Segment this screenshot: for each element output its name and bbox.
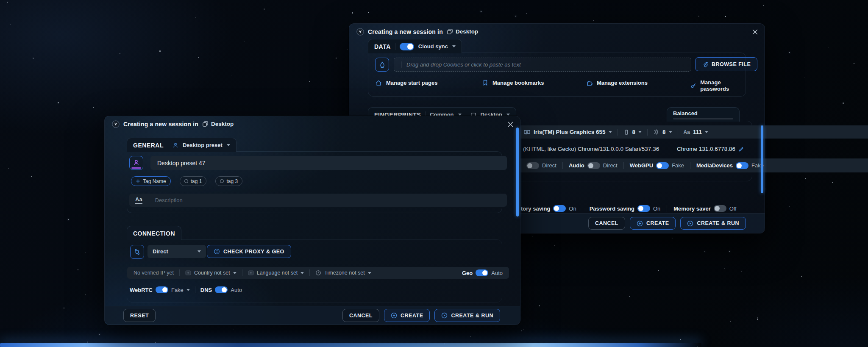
browse-file-button[interactable]: BROWSE FILE: [695, 57, 757, 71]
timezone-value: Timezone not set: [324, 270, 364, 276]
manage-extensions-link[interactable]: Manage extensions: [586, 79, 648, 86]
toggle-label: Audio: [569, 162, 584, 169]
close-icon: [508, 122, 513, 127]
scrollbar-thumb[interactable]: [761, 125, 763, 193]
gpu-value: Iris(TM) Plus Graphics 655: [534, 129, 606, 135]
webgpu-toggle[interactable]: [656, 162, 669, 169]
tab-balanced[interactable]: Balanced: [667, 107, 740, 122]
profile-name-field[interactable]: [150, 156, 507, 170]
text-cursor: [401, 61, 401, 68]
bookmark-icon: [482, 79, 489, 86]
play-circle-icon: [441, 312, 448, 319]
chevron-down-icon: [227, 144, 230, 146]
fonts-dropdown[interactable]: Aa 111: [684, 129, 708, 135]
tab-data[interactable]: DATA Cloud sync: [368, 39, 462, 53]
profile-name-input[interactable]: [156, 159, 501, 167]
manage-link-label: Manage passwords: [700, 79, 746, 92]
memory-saver-group: Memory saver Off: [673, 205, 737, 212]
home-icon: [375, 79, 382, 86]
tab-general[interactable]: GENERAL Desktop preset: [127, 138, 236, 152]
description-input[interactable]: [154, 197, 501, 204]
create-and-run-button[interactable]: CREATE & RUN: [680, 217, 746, 230]
avatar-accent-bar: [131, 167, 141, 169]
proxy-route-icon: [134, 248, 141, 255]
cancel-button[interactable]: CANCEL: [342, 309, 379, 322]
scrollbar-thumb[interactable]: [516, 128, 519, 217]
chevron-down-icon: [198, 250, 201, 253]
chevron-down-icon[interactable]: [186, 289, 190, 291]
platform-label: Desktop: [456, 28, 478, 35]
play-circle-icon: [687, 220, 693, 227]
dns-toggle[interactable]: [215, 286, 228, 293]
webrtc-dns-row: WebRTC Fake DNS Auto: [130, 286, 242, 293]
dialog-footer: RESET CANCEL CREATE CREATE & RUN: [105, 306, 520, 325]
geo-toggle-group: Geo Auto: [462, 269, 503, 276]
cpu-value: 8: [662, 129, 666, 135]
edit-pencil-icon[interactable]: [738, 146, 744, 152]
create-and-run-button[interactable]: CREATE & RUN: [434, 309, 500, 322]
canvas-toggle[interactable]: [526, 162, 539, 169]
chevron-down-icon: [705, 131, 708, 133]
fonts-icon: Aa: [684, 129, 690, 135]
country-value: Country not set: [194, 270, 230, 276]
description-field[interactable]: Aa: [129, 194, 507, 207]
manage-bookmarks-link[interactable]: Manage bookmarks: [482, 79, 544, 86]
country-dropdown[interactable]: Country not set: [185, 270, 236, 276]
cpu-dropdown[interactable]: 8: [653, 129, 672, 135]
cookies-import-button[interactable]: [375, 58, 389, 72]
cloud-sync-toggle[interactable]: [400, 43, 414, 50]
desktop-icon: [202, 121, 209, 127]
webrtc-toggle-group: WebRTC Fake: [130, 286, 190, 293]
webrtc-label: WebRTC: [130, 287, 153, 293]
dns-value: Auto: [231, 287, 242, 293]
chevron-down-icon[interactable]: [452, 45, 456, 47]
tag-pill[interactable]: tag 3: [215, 176, 242, 186]
proxy-type-dropdown[interactable]: Direct: [147, 245, 206, 258]
check-proxy-geo-button[interactable]: CHECK PROXY & GEO: [207, 245, 291, 258]
geo-toggle[interactable]: [476, 269, 488, 276]
tab-data-label: DATA: [374, 43, 391, 50]
proxy-type-button[interactable]: [130, 245, 144, 259]
close-button[interactable]: [750, 27, 760, 36]
password-saving-toggle[interactable]: [637, 205, 650, 212]
cancel-button[interactable]: CANCEL: [588, 217, 625, 230]
separator: [562, 162, 563, 169]
ram-dropdown[interactable]: 8: [623, 129, 642, 135]
toggle-value: Direct: [542, 162, 556, 169]
saving-options-row: tory saving On Password saving On Memory…: [521, 205, 737, 212]
manage-start-pages-link[interactable]: Manage start pages: [375, 79, 437, 86]
tag-label: tag 1: [191, 178, 202, 184]
webgpu-toggle-group: WebGPU Fake: [630, 162, 684, 169]
platform-label: Desktop: [211, 121, 234, 127]
balanced-progress-track: [673, 118, 733, 119]
general-panel: Tag Name tag 1 tag 3 Aa: [127, 151, 502, 213]
reset-label: RESET: [130, 313, 149, 319]
reset-button[interactable]: RESET: [123, 309, 156, 322]
data-panel: Drag and drop Cookies or click to paste …: [368, 53, 746, 97]
gpu-dropdown[interactable]: Iris(TM) Plus Graphics 655: [523, 128, 612, 136]
history-saving-toggle[interactable]: [553, 205, 566, 212]
saving-value: On: [653, 205, 660, 212]
tab-connection[interactable]: CONNECTION: [127, 226, 181, 240]
paperclip-icon: [702, 61, 708, 67]
separator: [678, 129, 678, 136]
memory-saver-toggle[interactable]: [714, 205, 726, 212]
language-dropdown[interactable]: Language not set: [248, 270, 304, 276]
mediadevices-toggle[interactable]: [736, 162, 748, 169]
audio-toggle[interactable]: [587, 162, 600, 169]
tag-dot-icon: [184, 179, 188, 183]
add-tag-label: Tag Name: [143, 178, 166, 184]
toggle-label: MediaDevices: [696, 162, 733, 169]
webrtc-toggle[interactable]: [156, 286, 168, 293]
cookies-dropzone[interactable]: Drag and drop Cookies or click to paste …: [394, 58, 691, 72]
close-button[interactable]: [506, 119, 515, 129]
add-tag-button[interactable]: Tag Name: [131, 176, 171, 186]
timezone-dropdown[interactable]: Timezone not set: [315, 270, 371, 276]
create-button[interactable]: CREATE: [384, 309, 430, 322]
create-button[interactable]: CREATE: [630, 217, 676, 230]
profile-avatar[interactable]: [129, 156, 143, 170]
manage-passwords-link[interactable]: Manage passwords: [690, 79, 746, 92]
tag-pill[interactable]: tag 1: [180, 176, 207, 186]
preset-dropdown[interactable]: Desktop preset: [183, 142, 223, 148]
mediadevices-toggle-group: MediaDevices Fake: [696, 162, 764, 169]
